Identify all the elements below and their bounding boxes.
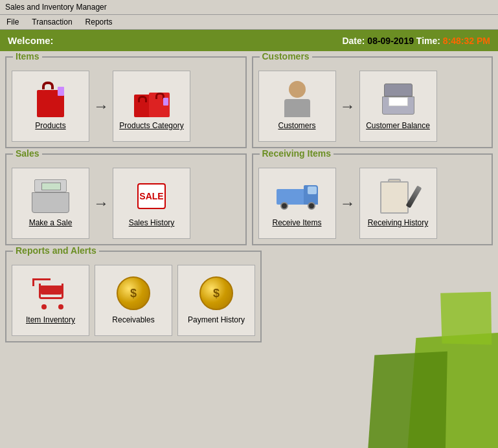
customers-label: Customers	[278, 121, 315, 131]
customers-section-title: Customers	[260, 51, 312, 62]
receiving-history-icon	[378, 178, 419, 214]
sales-section-title: Sales	[13, 148, 42, 159]
items-section: Items Products →	[5, 56, 247, 148]
customers-section: Customers Customers →	[252, 56, 493, 148]
date-time-display: Date: 08-09-2019 Time: 8:48:32 PM	[342, 36, 490, 46]
reports-section-title: Reports and Alerts	[13, 245, 99, 256]
payment-history-coin: $	[199, 276, 233, 310]
customers-arrow: →	[340, 97, 356, 115]
time-label: Time:	[416, 36, 440, 46]
sales-history-button[interactable]: SALE Sales History	[113, 168, 190, 239]
customers-content: Customers →	[258, 63, 487, 142]
products-label: Products	[35, 121, 65, 131]
products-button[interactable]: Products	[12, 71, 89, 142]
item-inventory-label: Item Inventory	[26, 315, 75, 326]
receivables-button[interactable]: $ Receivables	[95, 265, 172, 336]
transaction-menu[interactable]: Transaction	[28, 16, 76, 28]
products-category-label: Products Category	[119, 121, 183, 131]
products-category-button[interactable]: Products Category	[113, 71, 190, 142]
sales-section: Sales Make a Sale	[5, 153, 247, 245]
welcome-text: Welcome:	[8, 35, 54, 46]
sales-content: Make a Sale → SALE Sales History	[12, 160, 240, 239]
receivables-label: Receivables	[112, 315, 154, 326]
time-value: 8:48:32 PM	[443, 36, 490, 46]
top-row: Items Products →	[5, 56, 493, 148]
date-value: 08-09-2019	[367, 36, 414, 46]
receiving-items-section: Receiving Items	[252, 153, 493, 245]
sales-history-label: Sales History	[129, 218, 175, 229]
bottom-row: Reports and Alerts	[5, 251, 493, 342]
receiving-history-button[interactable]: Receiving History	[359, 168, 437, 239]
items-section-title: Items	[13, 51, 42, 62]
main-content: Items Products →	[0, 51, 498, 448]
products-category-icon	[131, 81, 172, 117]
receive-items-icon	[277, 178, 318, 214]
item-inventory-icon	[30, 275, 71, 311]
reports-menu[interactable]: Reports	[82, 16, 117, 28]
receiving-items-content: Receive Items → Receiving H	[258, 160, 487, 239]
receiving-history-label: Receiving History	[368, 218, 428, 229]
customers-button[interactable]: Customers	[258, 71, 336, 142]
receive-items-button[interactable]: Receive Items	[258, 168, 336, 239]
reports-content: Item Inventory $ Receivables $	[12, 257, 255, 336]
customer-balance-label: Customer Balance	[366, 121, 430, 131]
item-inventory-button[interactable]: Item Inventory	[12, 265, 89, 336]
products-icon	[30, 81, 71, 117]
middle-row: Sales Make a Sale	[5, 153, 493, 245]
items-content: Products →	[12, 63, 240, 142]
receivables-icon: $	[113, 275, 154, 311]
payment-history-label: Payment History	[188, 315, 245, 326]
title-bar: Sales and Inventory Manager	[0, 0, 498, 15]
file-menu[interactable]: File	[3, 16, 23, 28]
make-a-sale-icon	[30, 178, 71, 214]
receive-items-label: Receive Items	[272, 218, 321, 229]
payment-history-icon: $	[196, 275, 237, 311]
window-title: Sales and Inventory Manager	[5, 3, 107, 12]
sales-history-icon: SALE	[131, 178, 172, 214]
header-bar: Welcome: Date: 08-09-2019 Time: 8:48:32 …	[0, 30, 498, 51]
date-label: Date:	[342, 36, 365, 46]
customer-balance-icon	[378, 81, 419, 117]
receiving-items-section-title: Receiving Items	[260, 148, 334, 159]
reports-section: Reports and Alerts	[5, 251, 262, 342]
receiving-arrow: →	[340, 194, 356, 212]
payment-history-button[interactable]: $ Payment History	[177, 265, 255, 336]
sales-arrow: →	[93, 194, 109, 212]
customers-icon	[277, 81, 318, 117]
make-a-sale-label: Make a Sale	[29, 218, 73, 229]
menu-bar: File Transaction Reports	[0, 15, 498, 30]
make-a-sale-button[interactable]: Make a Sale	[12, 168, 89, 239]
customer-balance-button[interactable]: Customer Balance	[359, 71, 437, 142]
receivables-coin: $	[117, 276, 150, 310]
items-arrow: →	[93, 97, 109, 115]
